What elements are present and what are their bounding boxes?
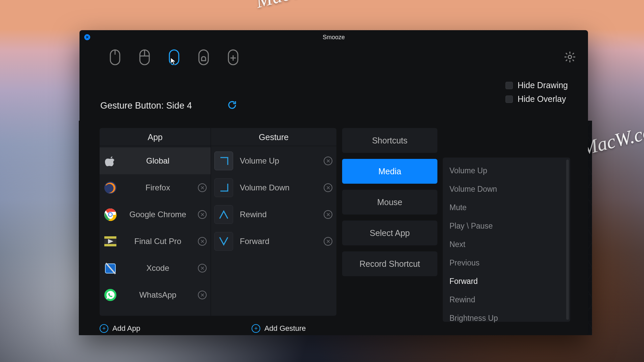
app-window: ✕ Smooze Hide Drawing Hide [79,30,588,335]
tab-mouse-grab[interactable] [195,47,212,68]
gesture-thumb-icon [214,178,233,197]
xcode-icon [103,261,118,276]
hide-overlay-checkbox[interactable]: Hide Overlay [505,94,568,104]
firefox-icon [103,180,118,195]
svg-line-19 [566,60,567,61]
category-button[interactable]: Record Shortcut [342,251,437,276]
hide-overlay-label: Hide Overlay [518,94,566,104]
close-button[interactable]: ✕ [84,34,90,40]
window-titlebar: ✕ Smooze [79,30,588,44]
gesture-name: Volume Up [238,156,319,166]
app-row[interactable]: WhatsApp✕ [100,282,211,308]
action-item[interactable]: Next [443,235,570,254]
apple-icon [103,154,118,168]
gesture-thumb-icon [214,152,233,170]
cursor-icon [170,57,177,67]
category-button[interactable]: Select App [342,221,437,245]
action-item[interactable]: Rewind [443,291,570,309]
remove-app-button[interactable]: ✕ [198,291,207,299]
gesture-name: Volume Down [238,183,319,192]
app-name: Google Chrome [122,210,193,219]
watermark: MacW.com [254,0,343,12]
remove-gesture-button[interactable]: ✕ [324,183,332,192]
app-row[interactable]: Final Cut Pro✕ [100,228,211,255]
chrome-icon [103,207,118,222]
remove-gesture-button[interactable]: ✕ [324,237,332,246]
app-row[interactable]: Global [100,147,211,174]
tab-mouse-move[interactable] [224,47,242,68]
checkbox-icon [505,82,513,89]
gesture-name: Forward [238,237,319,246]
hide-drawing-label: Hide Drawing [518,80,568,90]
finalcut-icon [103,234,118,249]
category-list: ShortcutsMediaMouseSelect AppRecord Shor… [342,128,437,276]
remove-app-button[interactable]: ✕ [198,183,207,192]
plus-icon: + [252,324,260,333]
gesture-thumb-icon [214,205,233,224]
section-title: Gesture Button: Side 4 [100,101,192,111]
app-name: Xcode [122,263,193,273]
gesture-row[interactable]: Rewind✕ [211,201,336,228]
remove-gesture-button[interactable]: ✕ [324,157,332,165]
gesture-name: Rewind [238,210,319,219]
gesture-row[interactable]: Volume Up✕ [211,147,336,174]
remove-app-button[interactable]: ✕ [198,237,207,246]
tab-mouse-basic[interactable] [106,47,124,68]
action-item[interactable]: Previous [443,254,570,272]
gesture-thumb-icon [214,232,233,251]
tab-mouse-buttons[interactable] [136,47,153,68]
settings-button[interactable] [564,51,576,64]
app-name: Firefox [122,183,193,192]
action-item[interactable]: Brightness Up [443,309,570,327]
remove-gesture-button[interactable]: ✕ [324,210,332,219]
category-button[interactable]: Mouse [342,190,437,215]
window-title: Smooze [323,34,345,41]
add-gesture-button[interactable]: + Add Gesture [252,322,306,335]
apps-gestures-panel: App GlobalFirefox✕Google Chrome✕Final Cu… [100,128,336,316]
action-item[interactable]: Play \ Pause [443,217,570,235]
action-list: Volume UpVolume DownMutePlay \ PauseNext… [443,158,570,322]
category-button[interactable]: Media [342,159,437,184]
svg-rect-25 [104,236,116,239]
apps-column-header: App [100,128,211,146]
svg-rect-7 [199,50,208,65]
gesture-row[interactable]: Volume Down✕ [211,174,336,201]
refresh-button[interactable] [227,100,237,111]
action-item[interactable]: Volume Down [443,180,570,198]
app-name: Global [122,156,193,166]
svg-line-17 [573,60,574,61]
svg-line-18 [573,53,574,54]
svg-point-11 [568,55,572,59]
app-row[interactable]: Google Chrome✕ [100,201,211,228]
add-gesture-label: Add Gesture [264,324,306,333]
hide-drawing-checkbox[interactable]: Hide Drawing [505,80,568,90]
gestures-column-header: Gesture [211,128,336,146]
gesture-row[interactable]: Forward✕ [211,228,336,255]
app-name: WhatsApp [122,290,193,300]
checkbox-icon [505,96,513,103]
remove-app-button[interactable]: ✕ [198,264,207,273]
app-name: Final Cut Pro [122,237,193,246]
svg-line-16 [566,53,567,54]
action-item[interactable]: Forward [443,272,570,291]
plus-icon: + [100,324,108,333]
action-item[interactable]: Mute [443,198,570,217]
whatsapp-icon [103,288,118,302]
svg-rect-26 [104,244,116,246]
add-app-label: Add App [112,324,140,333]
app-row[interactable]: Xcode✕ [100,255,211,282]
add-app-button[interactable]: + Add App [100,322,140,335]
action-item[interactable]: Volume Up [443,162,570,180]
app-row[interactable]: Firefox✕ [100,174,211,201]
remove-app-button[interactable]: ✕ [198,210,207,219]
svg-point-23 [109,213,112,216]
scrollbar[interactable] [566,160,569,320]
category-button[interactable]: Shortcuts [342,128,437,153]
